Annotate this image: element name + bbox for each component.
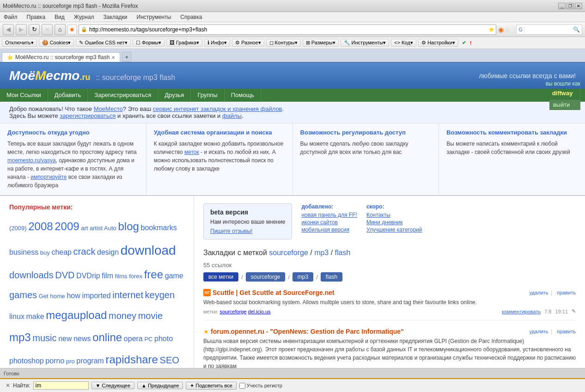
tag-opera[interactable]: opera	[124, 335, 143, 343]
tag-pc[interactable]: PC	[144, 336, 152, 343]
cookies-btn[interactable]: 🍪 Cookies▾	[39, 39, 74, 47]
added-item-2[interactable]: мобильная версия	[301, 227, 357, 233]
tag-make[interactable]: make	[26, 312, 44, 320]
tag-online[interactable]: online	[92, 331, 122, 343]
nav-add[interactable]: Добавить	[48, 89, 88, 102]
active-tab[interactable]: ⭐ МоёМесто.ru :: sourceforge mp3 flash ✕	[2, 52, 120, 62]
vasya-link[interactable]: moemesto.ru/vasya	[7, 157, 56, 164]
tag-internet[interactable]: internet	[112, 290, 143, 300]
logout-link[interactable]: выйти	[549, 100, 580, 110]
tag-photoshop[interactable]: photoshop	[9, 357, 44, 365]
tab-close-icon[interactable]: ✕	[111, 55, 115, 60]
minimize-button[interactable]: _	[558, 3, 566, 9]
username-link[interactable]: diffway	[546, 87, 580, 100]
tag-forex[interactable]: forex	[129, 273, 142, 280]
delete-link-2[interactable]: удалить	[529, 329, 548, 334]
bookmark-title-1[interactable]: Scuttle | Get Scuttle at SourceForge.net	[213, 289, 335, 296]
tag-artist[interactable]: artist	[90, 225, 103, 232]
tag-game[interactable]: game	[165, 272, 183, 280]
search-input[interactable]	[525, 26, 571, 33]
tag-link-mp3[interactable]: mp3	[314, 249, 329, 257]
tag-linux[interactable]: linux	[9, 312, 24, 320]
tag-sourceforge-1[interactable]: sourceforge	[219, 309, 246, 314]
soon-item-2[interactable]: Улучшение категорий	[366, 227, 422, 233]
tag-games[interactable]: games	[9, 290, 37, 300]
tag-downloads[interactable]: downloads	[9, 270, 54, 280]
reload-button[interactable]: ↻	[29, 24, 40, 35]
tag-business[interactable]: business	[9, 248, 38, 256]
nav-help[interactable]: Помощь	[225, 89, 261, 102]
info-btn[interactable]: ℹ Инфо▾	[204, 39, 230, 47]
find-input[interactable]	[33, 381, 89, 390]
files-link[interactable]: файлы	[222, 112, 242, 119]
filter-all[interactable]: все метки	[203, 272, 238, 282]
tags-link[interactable]: меток	[184, 149, 199, 155]
nav-groups[interactable]: Группы	[191, 89, 224, 102]
nav-friends[interactable]: Друзья	[158, 89, 191, 102]
beta-feedback-link[interactable]: Пишите отзывы!	[210, 228, 252, 234]
menu-edit[interactable]: Правка	[25, 13, 48, 21]
tag-megaupload[interactable]: megaupload	[46, 309, 107, 321]
tag-download[interactable]: download	[121, 243, 176, 257]
tag-delicious-1[interactable]: del.icio.us	[248, 309, 271, 314]
tag-film[interactable]: film	[102, 272, 113, 280]
tag-dvd[interactable]: DVD	[55, 270, 74, 280]
tag-crack[interactable]: crack	[73, 246, 96, 257]
tag-design[interactable]: design	[97, 248, 119, 256]
settings-btn[interactable]: ⚙ Настройки▾	[418, 39, 458, 47]
filter-sourceforge[interactable]: sourceforge	[246, 272, 285, 282]
find-next-button[interactable]: ▼ Следующее	[91, 382, 134, 389]
tag-photo[interactable]: photo	[154, 335, 173, 343]
tag-free[interactable]: free	[144, 268, 163, 281]
tag-2009[interactable]: 2009	[55, 220, 79, 233]
filter-flash[interactable]: flash	[321, 272, 342, 282]
tag-seo[interactable]: SEO	[160, 355, 179, 365]
tag-porno[interactable]: porno	[45, 357, 64, 365]
tag-new[interactable]: new	[58, 335, 72, 343]
added-item-0[interactable]: новая панель для FF!	[301, 212, 357, 218]
new-tab-button[interactable]: +	[122, 52, 131, 62]
tag-cheap[interactable]: cheap	[51, 248, 72, 256]
stop-button[interactable]: ✕	[42, 24, 53, 35]
home-button[interactable]: ⌂	[55, 24, 66, 35]
misc-btn[interactable]: ⚙ Разное▾	[232, 39, 264, 47]
delete-link-1[interactable]: удалить	[529, 290, 548, 295]
tag-2008[interactable]: 2008	[28, 220, 53, 233]
filter-mp3[interactable]: mp3	[292, 272, 313, 282]
find-prev-button[interactable]: ▲ Предыдущее	[137, 382, 183, 389]
tag-get[interactable]: Get	[39, 293, 49, 300]
import-link[interactable]: импортируйте	[30, 174, 67, 180]
forms-btn[interactable]: ☐ Формы▾	[133, 39, 165, 47]
search-icon[interactable]: 🔍	[571, 26, 582, 33]
tools-btn[interactable]: 🔧 Инструменты▾	[341, 39, 390, 47]
tag-link-sourceforge[interactable]: sourceforge	[269, 249, 308, 257]
tag-keygen[interactable]: keygen	[145, 290, 175, 300]
comment-link-1[interactable]: комментировать	[502, 309, 541, 314]
menu-history[interactable]: Журнал	[72, 13, 96, 21]
tag-bookmarks[interactable]: bookmarks	[140, 224, 177, 232]
tag-art[interactable]: art	[81, 225, 88, 232]
menu-bookmarks[interactable]: Закладки	[102, 13, 129, 21]
resize-btn[interactable]: ⊞ Размеры▾	[303, 39, 339, 47]
tag-2009-old[interactable]: (2009)	[9, 225, 27, 232]
match-case-checkbox[interactable]	[239, 383, 245, 389]
tag-program[interactable]: program	[76, 357, 104, 365]
bookmark-title-2[interactable]: forum.opennet.ru - "OpenNews: Gestion de…	[211, 328, 404, 335]
highlight-all-button[interactable]: ✦ Подсветить все	[186, 382, 237, 390]
soon-item-1[interactable]: Мини дневник	[366, 219, 422, 226]
outline-btn[interactable]: ◻ Контуры▾	[266, 39, 301, 47]
menu-view[interactable]: Вид	[53, 13, 67, 21]
tag-imported[interactable]: imported	[82, 292, 110, 300]
forward-button[interactable]: ▶	[16, 24, 27, 35]
find-close-icon[interactable]: ✕	[6, 382, 10, 389]
tag-news[interactable]: news	[73, 335, 91, 343]
added-item-1[interactable]: иконки сайтов	[301, 219, 357, 226]
tag-link-flash[interactable]: flash	[335, 249, 351, 257]
disable-btn[interactable]: Отключить▾	[2, 39, 37, 47]
tag-dvdrip[interactable]: DVDrip	[76, 272, 100, 280]
nav-my-links[interactable]: Мои Ссылки	[0, 89, 48, 102]
close-button[interactable]: ✕	[575, 3, 582, 9]
tag-mp3[interactable]: mp3	[9, 331, 31, 343]
service-desc-link[interactable]: сервис интернет закладок и хранения файл…	[153, 105, 282, 112]
tag-music[interactable]: music	[32, 333, 56, 343]
